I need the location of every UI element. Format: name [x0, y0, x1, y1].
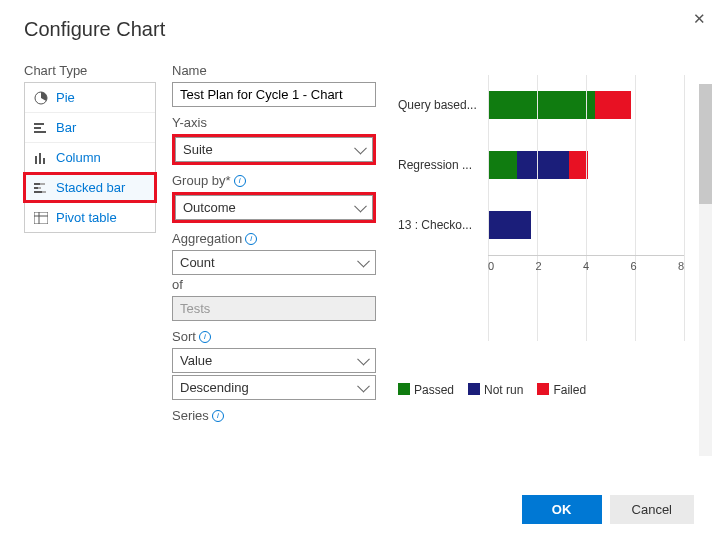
groupby-select[interactable]: Outcome — [172, 192, 376, 223]
svg-rect-5 — [39, 153, 41, 164]
groupby-label: Group by*i — [172, 173, 376, 188]
svg-rect-6 — [43, 158, 45, 164]
cancel-button[interactable]: Cancel — [610, 495, 694, 524]
sort-label: Sorti — [172, 329, 376, 344]
svg-rect-1 — [34, 123, 44, 125]
info-icon[interactable]: i — [199, 331, 211, 343]
chart-type-item-label: Column — [56, 150, 101, 165]
yaxis-select[interactable]: Suite — [172, 134, 376, 165]
chart-bar-segment — [517, 151, 569, 179]
chart-type-column[interactable]: Column — [25, 143, 155, 173]
info-icon[interactable]: i — [245, 233, 257, 245]
chart-type-panel: Chart Type Pie Bar Column Stacked bar — [24, 63, 156, 443]
ok-button[interactable]: OK — [522, 495, 602, 524]
legend-label: Failed — [553, 383, 586, 397]
dialog-body: Chart Type Pie Bar Column Stacked bar — [24, 63, 694, 443]
svg-rect-9 — [34, 187, 38, 189]
scrollbar-thumb[interactable] — [699, 84, 712, 204]
of-input — [172, 296, 376, 321]
svg-rect-3 — [34, 131, 46, 133]
name-label: Name — [172, 63, 376, 78]
chart-bar-segment — [488, 91, 595, 119]
series-field: Seriesi — [172, 408, 376, 423]
dialog-footer: OK Cancel — [522, 495, 694, 524]
chart-type-item-label: Stacked bar — [56, 180, 125, 195]
chart-bar-segment — [569, 151, 588, 179]
chart-gridline — [684, 75, 685, 341]
chart-tick-label: 4 — [583, 260, 589, 283]
aggregation-label-text: Aggregation — [172, 231, 242, 246]
chart-category-label: 13 : Checko... — [398, 218, 488, 232]
of-label: of — [172, 277, 376, 292]
name-input[interactable] — [172, 82, 376, 107]
info-icon[interactable]: i — [234, 175, 246, 187]
chart-bar-stack — [488, 91, 631, 119]
aggregation-select[interactable]: Count — [172, 250, 376, 275]
pie-icon — [33, 91, 48, 104]
chart-x-axis: 02468 — [488, 255, 684, 279]
groupby-label-text: Group by* — [172, 173, 231, 188]
close-icon[interactable]: ✕ — [693, 10, 706, 28]
svg-rect-13 — [34, 212, 48, 224]
series-label: Seriesi — [172, 408, 376, 423]
fields-panel: Name Y-axis Suite Group by*i Outcome Agg… — [172, 63, 382, 443]
legend-swatch-passed — [398, 383, 410, 395]
name-field: Name — [172, 63, 376, 107]
legend-swatch-notrun — [468, 383, 480, 395]
svg-rect-7 — [34, 183, 40, 185]
chart-plot: Query based...Regression ...13 : Checko.… — [398, 75, 684, 365]
chart-bar-segment — [488, 151, 517, 179]
sort-by-value: Value — [172, 348, 376, 373]
chart-bar-segment — [595, 91, 631, 119]
chart-type-item-label: Bar — [56, 120, 76, 135]
legend-swatch-failed — [537, 383, 549, 395]
chart-type-item-label: Pie — [56, 90, 75, 105]
groupby-field: Group by*i Outcome — [172, 173, 376, 223]
chart-bar-stack — [488, 151, 588, 179]
chart-bar-stack — [488, 211, 531, 239]
series-label-text: Series — [172, 408, 209, 423]
info-icon[interactable]: i — [212, 410, 224, 422]
legend-passed: Passed — [398, 383, 454, 397]
svg-rect-4 — [35, 156, 37, 164]
stacked-bar-icon — [33, 181, 48, 194]
sort-by-select[interactable]: Value — [172, 348, 376, 373]
aggregation-value: Count — [172, 250, 376, 275]
chart-bar-row: 13 : Checko... — [398, 195, 684, 255]
chart-type-stacked-bar[interactable]: Stacked bar — [25, 173, 155, 203]
svg-rect-12 — [42, 191, 46, 193]
chart-preview: Query based...Regression ...13 : Checko.… — [398, 63, 694, 443]
groupby-value: Outcome — [175, 195, 373, 220]
chart-tick-label: 8 — [678, 260, 684, 283]
scrollbar[interactable] — [699, 84, 712, 456]
pivot-table-icon — [33, 211, 48, 224]
chart-type-list: Pie Bar Column Stacked bar Pivot table — [24, 82, 156, 233]
yaxis-label: Y-axis — [172, 115, 376, 130]
sort-dir-value: Descending — [172, 375, 376, 400]
chart-type-pivot-table[interactable]: Pivot table — [25, 203, 155, 232]
aggregation-label: Aggregationi — [172, 231, 376, 246]
legend-label: Not run — [484, 383, 523, 397]
column-icon — [33, 151, 48, 164]
chart-bar-segment — [488, 211, 531, 239]
chart-type-label: Chart Type — [24, 63, 156, 78]
chart-tick-label: 6 — [630, 260, 636, 283]
chart-type-pie[interactable]: Pie — [25, 83, 155, 113]
chart-bar-row: Query based... — [398, 75, 684, 135]
sort-label-text: Sort — [172, 329, 196, 344]
bar-icon — [33, 121, 48, 134]
legend-failed: Failed — [537, 383, 586, 397]
yaxis-value: Suite — [175, 137, 373, 162]
chart-tick-label: 0 — [488, 260, 494, 283]
svg-rect-10 — [38, 187, 41, 189]
chart-type-bar[interactable]: Bar — [25, 113, 155, 143]
sort-field: Sorti Value Descending — [172, 329, 376, 400]
chart-tick-label: 2 — [535, 260, 541, 283]
svg-rect-11 — [34, 191, 42, 193]
legend-notrun: Not run — [468, 383, 523, 397]
chart-legend: Passed Not run Failed — [398, 383, 586, 397]
aggregation-field: Aggregationi Count of — [172, 231, 376, 321]
configure-chart-dialog: ✕ Configure Chart Chart Type Pie Bar Col… — [0, 0, 718, 538]
svg-rect-2 — [34, 127, 41, 129]
sort-dir-select[interactable]: Descending — [172, 375, 376, 400]
